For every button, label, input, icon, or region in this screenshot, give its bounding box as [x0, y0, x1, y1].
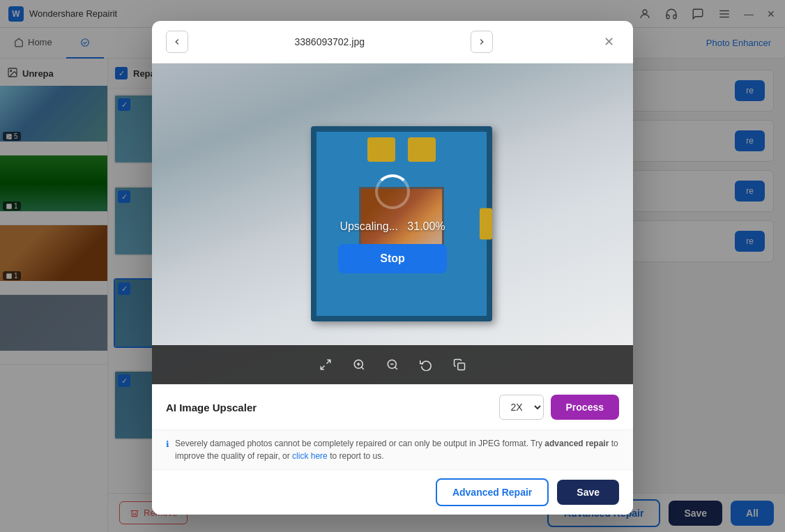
modal-bottom-right: 2X 4X 6X 8X Process: [499, 395, 619, 420]
svg-line-14: [361, 367, 363, 369]
process-button[interactable]: Process: [551, 395, 619, 420]
svg-line-18: [395, 367, 397, 369]
modal-save-button[interactable]: Save: [557, 480, 619, 505]
expand-icon[interactable]: [312, 352, 340, 377]
rotate-icon[interactable]: [412, 352, 440, 377]
svg-line-11: [327, 360, 330, 363]
advanced-repair-button[interactable]: Advanced Repair: [436, 478, 549, 506]
info-icon: ℹ: [166, 438, 169, 450]
info-bar: ℹ Severely damaged photos cannot be comp…: [152, 430, 633, 469]
svg-line-12: [321, 366, 324, 370]
modal-footer: Advanced Repair Save: [152, 469, 633, 515]
upscaling-status: Upscaling... 31.00%: [340, 220, 445, 233]
stop-button[interactable]: Stop: [338, 244, 447, 273]
modal: 3386093702.jpg ✕: [152, 21, 633, 515]
modal-filename: 3386093702.jpg: [295, 36, 365, 47]
loading-spinner: [375, 174, 410, 209]
modal-image-container: Upscaling... 31.00% Stop: [152, 63, 633, 384]
zoom-out-icon[interactable]: [379, 352, 406, 377]
modal-prev-button[interactable]: [166, 31, 188, 53]
modal-image-toolbar: [152, 345, 633, 384]
modal-header: 3386093702.jpg ✕: [152, 21, 633, 63]
info-text: Severely damaged photos cannot be comple…: [175, 437, 619, 462]
modal-image-area: Upscaling... 31.00% Stop: [152, 63, 633, 384]
toolbar-row: [152, 345, 633, 384]
copy-icon[interactable]: [445, 352, 473, 377]
info-bold: advanced repair: [544, 439, 609, 448]
modal-next-button[interactable]: [471, 31, 493, 53]
processing-overlay: Upscaling... 31.00% Stop: [152, 63, 633, 384]
modal-bottom-controls: AI Image Upscaler 2X 4X 6X 8X Process: [152, 384, 633, 430]
ai-upscaler-label: AI Image Upscaler: [166, 402, 257, 413]
svg-rect-20: [458, 363, 465, 370]
zoom-in-icon[interactable]: [345, 352, 373, 377]
modal-overlay: 3386093702.jpg ✕: [0, 0, 785, 532]
info-click-here-link[interactable]: click here: [292, 451, 328, 461]
scale-select[interactable]: 2X 4X 6X 8X: [499, 395, 544, 420]
modal-close-button[interactable]: ✕: [600, 32, 619, 52]
